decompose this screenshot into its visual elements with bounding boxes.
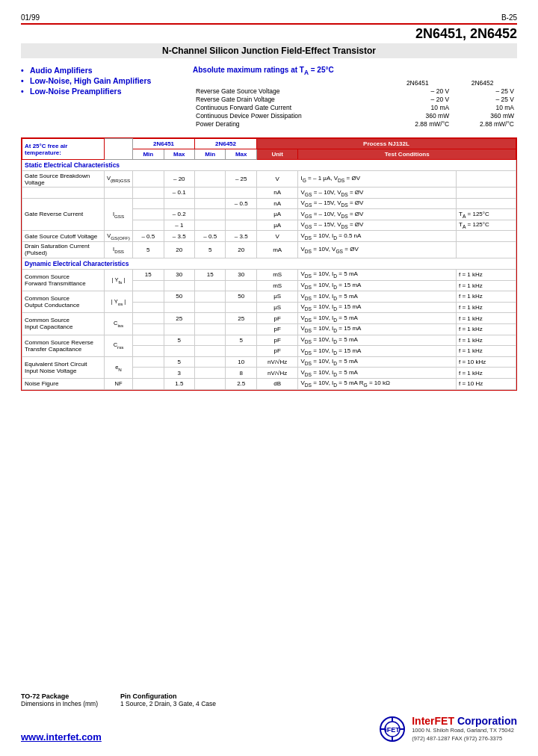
row-sym: VGS(OFF): [105, 231, 133, 242]
footer-pin-config: Pin Configuration 1 Source, 2 Drain, 3 G…: [120, 693, 216, 707]
row-sym: | Yos |: [105, 291, 133, 313]
section-static: Static Electrical Characteristics: [22, 160, 516, 171]
footer-top: TO-72 Package Dimensions in Inches (mm) …: [21, 693, 517, 707]
row-n1min: [133, 302, 164, 313]
row-cond: VDS = 10V, ID = 5 mA: [298, 368, 457, 379]
row-name: Drain Saturation Current (Pulsed): [22, 241, 105, 258]
pin-desc: 1 Source, 2 Drain, 3 Gate, 4 Case: [120, 700, 216, 707]
row-name: Common SourceOutput Conductance: [22, 291, 105, 313]
row-n2min: [195, 188, 226, 199]
header: 01/99 B-25: [21, 13, 517, 22]
row-n2max: [226, 302, 256, 313]
row-n1max: [164, 198, 194, 209]
row-n1min: [133, 323, 164, 335]
row-sym: Crss: [105, 335, 133, 356]
row-n1max: 5: [164, 356, 194, 368]
row-n1min: [133, 356, 164, 368]
row-unit: nV/√Hz: [256, 356, 298, 368]
row-n2min: [195, 198, 226, 209]
row-unit: pF: [256, 313, 298, 324]
row-n2min: [195, 335, 226, 346]
row-freq: f = 10 kHz: [456, 356, 516, 368]
feature-item-1: Audio Amplifiers: [21, 66, 185, 75]
abs-row-1: Reverse Gate Source Voltage – 20 V – 25 …: [193, 87, 517, 96]
row-n1min: 5: [133, 241, 164, 258]
col-test-cond: Test Conditions: [298, 149, 516, 160]
website-link[interactable]: www.interfet.com: [21, 731, 102, 743]
part-subtitle: N-Channel Silicon Junction Field-Effect …: [21, 43, 517, 58]
row-name: Gate Source Cutoff Voltage: [22, 231, 105, 242]
row-unit: dB: [256, 378, 298, 389]
row-n2min: [195, 280, 226, 291]
row-cond: VGS = – 10V, VDS = ØV: [298, 209, 457, 220]
row-n1max: [164, 346, 194, 357]
row-cond: VGS = – 15V, VDS = ØV: [298, 198, 457, 209]
row-n2max: [226, 209, 256, 220]
row-unit: mA: [256, 241, 298, 258]
row-freq: f = 1 kHz: [456, 335, 516, 346]
table-row: Gate Source Cutoff Voltage VGS(OFF) – 0.…: [22, 231, 516, 242]
table-row: Gate Source Breakdown Voltage V(BR)GSS –…: [22, 171, 516, 188]
row-freq: f = 10 Hz: [456, 378, 516, 389]
sym-header: [105, 139, 133, 160]
col-min-1: Min: [133, 149, 164, 160]
row-sym: V(BR)GSS: [105, 171, 133, 188]
logo-addr-1: 1000 N. Shiloh Road, Garland, TX 75042: [412, 727, 517, 735]
row-n1min: – 0.5: [133, 231, 164, 242]
col-unit: Unit: [256, 149, 298, 160]
row-name: Common SourceForward Transmittance: [22, 269, 105, 291]
row-sym: NF: [105, 378, 133, 389]
row-n2min: – 0.5: [195, 231, 226, 242]
feature-item-2: Low-Noise, High Gain Amplifiers: [21, 76, 185, 85]
features-ul: Audio Amplifiers Low-Noise, High Gain Am…: [21, 66, 185, 96]
row-cond: VDS = 10V, ID = 5 mA: [298, 313, 457, 324]
row-n1max: [164, 323, 194, 335]
row-sym: IGSS: [105, 198, 133, 231]
row-n2min: [195, 356, 226, 368]
row-n1max: 1.5: [164, 378, 194, 389]
row-n1min: 15: [133, 269, 164, 280]
footer-package: TO-72 Package Dimensions in Inches (mm): [21, 693, 98, 707]
main-table-wrapper: At 25°C free air temperature: 2N6451 2N6…: [21, 137, 517, 391]
temp-label: At 25°C free air temperature:: [22, 139, 105, 160]
row-n1max: 3: [164, 368, 194, 379]
dynamic-section-label: Dynamic Electrical Characteristics: [22, 258, 516, 269]
row-n1min: [133, 313, 164, 324]
row-name: Gate Reverse Current: [22, 198, 105, 231]
footer-bottom: www.interfet.com iFET InterFET Corporati…: [21, 715, 517, 743]
row-n1max: 5: [164, 335, 194, 346]
table-row: – 0.1 nA VGS = – 10V, VDS = ØV: [22, 188, 516, 199]
row-n2min: [195, 368, 226, 379]
row-n1max: [164, 302, 194, 313]
row-unit: pF: [256, 323, 298, 335]
row-n2min: [195, 302, 226, 313]
row-cond: VDS = 10V, ID = 5 mA RG = 10 kΩ: [298, 378, 457, 389]
table-row: Common SourceInput Capacitance Ciss 25 2…: [22, 313, 516, 324]
row-n1max: 30: [164, 269, 194, 280]
row-freq: f = 1 kHz: [456, 269, 516, 280]
static-section-label: Static Electrical Characteristics: [22, 160, 516, 171]
row-cond: VDS = 10V, ID = 5 mA: [298, 269, 457, 280]
row-n2min: [195, 291, 226, 303]
abs-max-title: Absolute maximum ratings at TA = 25°C: [193, 66, 517, 76]
row-unit: μS: [256, 302, 298, 313]
row-n1min: [133, 209, 164, 220]
header-process: Process NJ132L: [256, 139, 516, 149]
main-table: At 25°C free air temperature: 2N6451 2N6…: [22, 138, 516, 390]
row-sym: IDSS: [105, 241, 133, 258]
header-page: B-25: [501, 13, 517, 22]
features-abs-section: Audio Amplifiers Low-Noise, High Gain Am…: [21, 66, 517, 128]
logo-red: FET: [435, 715, 454, 727]
row-n2max: 5: [226, 335, 256, 346]
row-n2max: 20: [226, 241, 256, 258]
row-sym: | Yfs |: [105, 269, 133, 291]
row-n1min: [133, 198, 164, 209]
row-n1min: [133, 280, 164, 291]
row-freq: f = 1 kHz: [456, 280, 516, 291]
row-freq: TA = 125°C: [456, 209, 516, 220]
row-n2max: [226, 188, 256, 199]
row-cond: VDS = 10V, ID = 5 mA: [298, 356, 457, 368]
row-n2min: [195, 378, 226, 389]
row-cond: VDS = 10V, VGS = ØV: [298, 241, 457, 258]
header-2n6452: 2N6452: [195, 139, 257, 149]
